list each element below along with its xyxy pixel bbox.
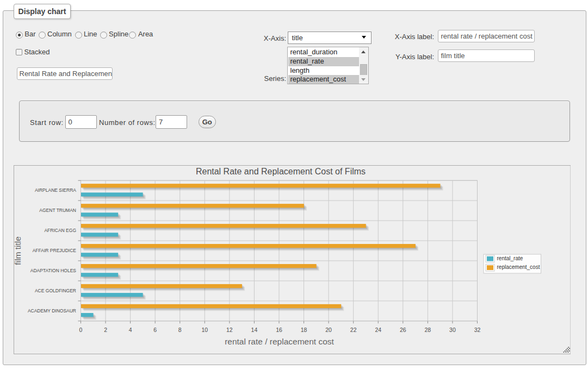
svg-text:22: 22 — [350, 326, 356, 333]
svg-text:Rental Rate and Replacement Co: Rental Rate and Replacement Cost of Film… — [195, 167, 365, 176]
svg-text:26: 26 — [399, 326, 406, 333]
svg-text:ACE GOLDFINGER: ACE GOLDFINGER — [34, 288, 76, 293]
svg-text:30: 30 — [449, 326, 456, 333]
svg-text:6: 6 — [153, 326, 157, 333]
svg-text:ACADEMY DINOSAUR: ACADEMY DINOSAUR — [27, 308, 76, 313]
svg-text:rental_rate: rental_rate — [497, 255, 523, 261]
svg-text:24: 24 — [375, 326, 381, 333]
svg-text:20: 20 — [325, 326, 332, 333]
svg-text:12: 12 — [226, 326, 233, 333]
svg-text:ADAPTATION HOLES: ADAPTATION HOLES — [30, 268, 76, 273]
svg-text:4: 4 — [128, 326, 132, 333]
svg-text:28: 28 — [424, 326, 431, 333]
svg-text:2: 2 — [104, 326, 107, 333]
svg-text:10: 10 — [201, 326, 208, 333]
svg-text:0: 0 — [79, 326, 82, 333]
svg-text:18: 18 — [300, 326, 307, 333]
svg-text:8: 8 — [178, 326, 181, 333]
svg-text:AFRICAN EGG: AFRICAN EGG — [44, 228, 76, 233]
svg-text:AFFAIR PREJUDICE: AFFAIR PREJUDICE — [32, 248, 76, 253]
svg-text:32: 32 — [474, 326, 480, 333]
svg-text:14: 14 — [251, 326, 257, 333]
svg-text:AGENT TRUMAN: AGENT TRUMAN — [39, 208, 76, 213]
svg-text:rental rate / replacement cost: rental rate / replacement cost — [225, 337, 334, 346]
svg-text:film title: film title — [14, 236, 22, 265]
svg-text:16: 16 — [276, 326, 282, 333]
svg-text:replacement_cost: replacement_cost — [497, 264, 540, 270]
svg-text:AIRPLANE SIERRA: AIRPLANE SIERRA — [34, 187, 76, 193]
